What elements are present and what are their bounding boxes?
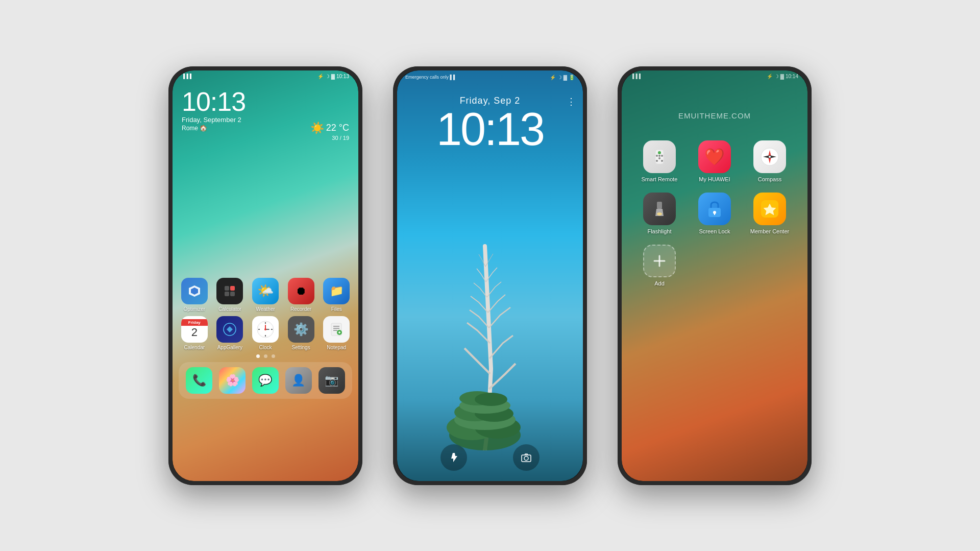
drawer-smart-remote[interactable]: Smart Remote — [637, 140, 682, 182]
app-settings[interactable]: ⚙️ Settings — [285, 316, 317, 350]
emergency-text: Emergency calls only ▌▌ — [405, 75, 456, 80]
weather-range-1: 30 / 19 — [310, 135, 349, 141]
phone-1-bg: ▐▐▐ ⚡ ☽ ▓ 10:13 10:13 Friday, September … — [173, 70, 358, 481]
compass-icon — [753, 140, 786, 173]
clock-time-1: 10:13 — [182, 88, 349, 115]
phone-3-bg: ▐▐▐ ⚡ ☽ ▓ 10:14 EMUITHEME.COM — [622, 70, 807, 481]
weather-sun-icon: ☀️ — [310, 122, 324, 135]
dot-2 — [264, 354, 267, 358]
app-weather[interactable]: 🌤️ Weather — [250, 278, 281, 312]
optimizer-icon — [181, 278, 208, 304]
svg-point-33 — [658, 155, 660, 157]
svg-point-41 — [769, 156, 771, 158]
app-files[interactable]: 📁 Files — [321, 278, 352, 312]
dot-1 — [256, 354, 260, 358]
app-recorder[interactable]: ⏺ Recorder — [285, 278, 317, 312]
svg-point-34 — [661, 155, 663, 157]
my-huawei-label: My HUAWEI — [699, 176, 730, 182]
drawer-member-center[interactable]: Member Center — [747, 193, 792, 234]
app-grid-row1: Optimizer Calculator — [173, 278, 358, 312]
svg-point-37 — [661, 160, 663, 162]
app-calendar[interactable]: Friday 2 Calendar — [179, 316, 210, 350]
flashlight-icon — [643, 193, 676, 225]
drawer-screen-lock[interactable]: Screen Lock — [692, 193, 737, 234]
status-right-1: ⚡ ☽ ▓ 10:13 — [317, 74, 349, 79]
phone-3-screen: ▐▐▐ ⚡ ☽ ▓ 10:14 EMUITHEME.COM — [622, 70, 807, 481]
phone-1: ▐▐▐ ⚡ ☽ ▓ 10:13 10:13 Friday, September … — [168, 66, 362, 485]
lock-status-bar: Emergency calls only ▌▌ ⚡ ☽ ▓ 🔋 — [397, 70, 583, 80]
phone-1-screen: ▐▐▐ ⚡ ☽ ▓ 10:13 10:13 Friday, September … — [173, 70, 358, 481]
lock-clock-widget: Friday, Sep 2 10:13 — [436, 95, 544, 152]
lock-status-icons: ⚡ ☽ ▓ 🔋 — [550, 75, 575, 80]
appgallery-icon — [216, 316, 243, 343]
drawer-compass[interactable]: Compass — [747, 140, 792, 182]
settings-icon: ⚙️ — [288, 316, 314, 343]
phone-2-screen: Emergency calls only ▌▌ ⚡ ☽ ▓ 🔋 ⋮ Friday… — [397, 70, 583, 481]
flashlight-label: Flashlight — [647, 228, 671, 234]
add-icon — [643, 245, 676, 277]
dock-phone[interactable]: 📞 — [185, 367, 214, 394]
contacts-icon: 👤 — [285, 367, 312, 394]
phone-icon: 📞 — [186, 367, 212, 394]
drawer-flashlight[interactable]: Flashlight — [637, 193, 682, 234]
member-center-icon — [753, 193, 786, 225]
camera-lock-button[interactable] — [513, 444, 540, 471]
svg-point-29 — [524, 456, 528, 460]
svg-point-11 — [264, 328, 266, 330]
lock-signal: ▓ — [564, 75, 567, 80]
clock-label: Clock — [259, 345, 272, 350]
dock-contacts[interactable]: 👤 — [284, 367, 313, 394]
calendar-label: Calendar — [184, 345, 205, 350]
time-status-1: 10:13 — [336, 74, 349, 79]
dock-photos[interactable]: 🌸 — [218, 367, 247, 394]
phone3-moon: ☽ — [774, 74, 779, 79]
member-center-label: Member Center — [750, 228, 789, 234]
phone3-battery-icon: ▓ — [780, 74, 784, 79]
dock-messages[interactable]: 💬 — [251, 367, 280, 394]
calculator-label: Calculator — [218, 306, 241, 312]
app-appgallery[interactable]: AppGallery — [214, 316, 246, 350]
flashlight-lock-button[interactable] — [440, 444, 467, 471]
weather-icon: 🌤️ — [252, 278, 279, 304]
svg-point-35 — [658, 157, 660, 159]
phone3-bluetooth: ⚡ — [767, 74, 773, 79]
add-label: Add — [654, 280, 665, 286]
phone3-status-bar: ▐▐▐ ⚡ ☽ ▓ 10:14 — [622, 70, 807, 79]
phone-3: ▐▐▐ ⚡ ☽ ▓ 10:14 EMUITHEME.COM — [618, 66, 812, 485]
settings-label: Settings — [292, 345, 310, 350]
smart-remote-icon — [643, 140, 676, 173]
optimizer-label: Optimizer — [183, 306, 205, 312]
recorder-icon: ⏺ — [288, 278, 314, 304]
more-options-icon[interactable]: ⋮ — [567, 96, 576, 107]
svg-rect-42 — [657, 202, 662, 209]
messages-icon: 💬 — [252, 367, 279, 394]
smart-remote-label: Smart Remote — [642, 176, 678, 182]
weather-widget-1: ☀️ 22 °C 30 / 19 — [310, 122, 349, 141]
dock-camera[interactable]: 📷 — [317, 367, 346, 394]
app-clock[interactable]: Clock — [250, 316, 281, 350]
calendar-icon: Friday 2 — [181, 316, 208, 343]
phone-2: Emergency calls only ▌▌ ⚡ ☽ ▓ 🔋 ⋮ Friday… — [393, 66, 587, 485]
drawer-add[interactable]: Add — [637, 245, 682, 286]
tree-illustration — [434, 236, 546, 450]
svg-point-27 — [475, 393, 507, 406]
lock-bottom-bar — [397, 444, 583, 471]
svg-point-44 — [657, 212, 662, 215]
app-calculator[interactable]: Calculator — [214, 278, 246, 312]
my-huawei-icon: ❤️ — [698, 140, 731, 173]
dot-3 — [272, 354, 275, 358]
status-bar-1: ▐▐▐ ⚡ ☽ ▓ 10:13 — [173, 70, 358, 79]
camera-icon: 📷 — [318, 367, 345, 394]
lock-moon: ☽ — [557, 75, 562, 80]
dock-bar: 📞 🌸 💬 👤 📷 — [179, 362, 352, 399]
compass-label: Compass — [758, 176, 781, 182]
drawer-app-grid: Smart Remote ❤️ My HUAWEI — [622, 120, 807, 286]
appgallery-label: AppGallery — [217, 345, 242, 350]
phone3-signal: ▐▐▐ — [631, 74, 641, 79]
app-notepad[interactable]: Notepad — [321, 316, 352, 350]
phone3-status-right: ⚡ ☽ ▓ 10:14 — [767, 74, 798, 79]
app-optimizer[interactable]: Optimizer — [179, 278, 210, 312]
files-label: Files — [331, 306, 342, 312]
svg-point-31 — [658, 151, 661, 154]
drawer-my-huawei[interactable]: ❤️ My HUAWEI — [692, 140, 737, 182]
